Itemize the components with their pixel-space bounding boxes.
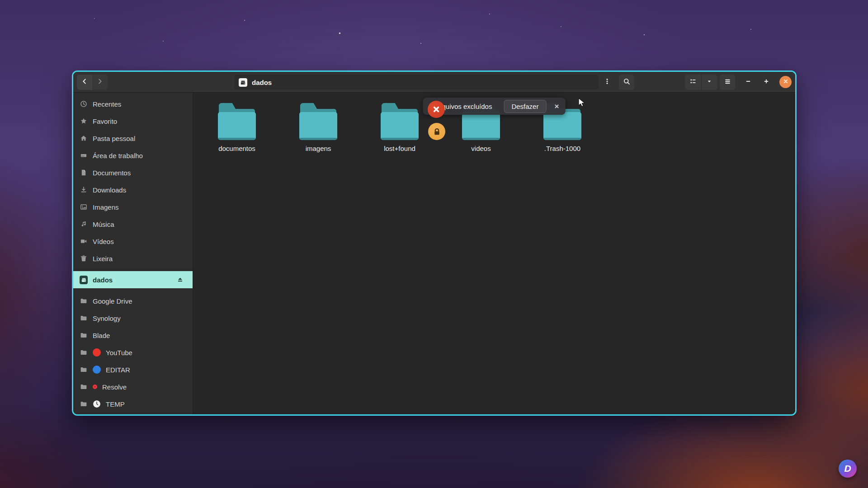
maximize-button[interactable] [760, 75, 773, 90]
search-icon [623, 78, 631, 87]
sidebar-item-label: YouTube [106, 349, 132, 357]
icon-view-button[interactable] [685, 75, 702, 90]
sidebar-item-label: Google Drive [93, 297, 132, 305]
window-content: RecentesFavoritoPasta pessoalÁrea de tra… [73, 93, 795, 415]
star [420, 43, 421, 44]
chevron-right-icon [96, 78, 104, 87]
folder-item-documentos[interactable]: documentos [196, 103, 278, 152]
sidebar-divider [73, 269, 193, 269]
folder-icon [80, 348, 88, 357]
sidebar-item-area-de-trabalho[interactable]: Área de trabalho [73, 147, 193, 164]
folder-label: videos [440, 145, 522, 152]
sidebar-item-musica[interactable]: Música [73, 216, 193, 233]
sidebar-item-label: Vídeos [93, 238, 114, 245]
sidebar-item-videos[interactable]: Vídeos [73, 233, 193, 250]
maximize-icon [763, 78, 770, 87]
sidebar-item-resolve[interactable]: Resolve [73, 378, 193, 395]
view-options-button[interactable] [702, 75, 718, 90]
folder-item-imagens[interactable]: imagens [278, 103, 359, 152]
trash-icon [80, 254, 88, 263]
sidebar-item-label: Música [93, 221, 114, 228]
mouse-cursor [578, 98, 588, 109]
sidebar-item-label: dados [93, 276, 113, 284]
sidebar-item-recentes[interactable]: Recentes [73, 95, 193, 113]
sidebar-item-label: Favorito [93, 117, 117, 125]
sidebar-item-pasta-pessoal[interactable]: Pasta pessoal [73, 130, 193, 147]
sidebar-item-favorito[interactable]: Favorito [73, 113, 193, 130]
drive-selected-icon [80, 276, 88, 284]
eject-button[interactable] [177, 277, 184, 283]
sidebar-item-lixeira[interactable]: Lixeira [73, 250, 193, 267]
more-options-button[interactable] [601, 75, 613, 90]
folder-icon [381, 103, 419, 140]
sidebar-item-google-drive[interactable]: Google Drive [73, 292, 193, 310]
folder-label: .Trash-1000 [522, 145, 603, 152]
folder-item-lost-found[interactable]: lost+found [359, 103, 440, 152]
search-button[interactable] [619, 75, 634, 90]
sidebar-item-downloads[interactable]: Downloads [73, 181, 193, 198]
navigation-buttons [77, 75, 108, 90]
folder-icon [80, 297, 88, 305]
sidebar-item-dados[interactable]: dados [73, 271, 193, 288]
home-icon [80, 134, 88, 142]
drive-icon [239, 78, 247, 87]
desktop-wallpaper: dados [0, 0, 868, 488]
sidebar-item-label: Pasta pessoal [93, 135, 135, 142]
chevron-left-icon [81, 78, 88, 87]
folder-view: documentosimagenslost+foundvideos.Trash-… [193, 93, 795, 415]
main-menu-button[interactable] [720, 75, 735, 90]
desktop-logo: D [839, 460, 857, 478]
sidebar-item-label: Lixeira [93, 255, 113, 263]
folder-label: imagens [278, 145, 359, 152]
star [94, 18, 95, 19]
back-button[interactable] [77, 75, 92, 90]
sidebar-item-label: Documentos [93, 169, 131, 177]
star [750, 29, 751, 30]
sidebar: RecentesFavoritoPasta pessoalÁrea de tra… [73, 93, 193, 415]
sidebar-item-label: Downloads [93, 186, 126, 194]
sidebar-item-imagens[interactable]: Imagens [73, 198, 193, 216]
hamburger-menu-icon [724, 78, 731, 87]
minimize-button[interactable] [742, 75, 755, 90]
folder-label: lost+found [359, 145, 440, 152]
undo-button[interactable]: Desfazer [504, 100, 546, 113]
forward-button[interactable] [92, 75, 108, 90]
sidebar-item-label: Área de trabalho [93, 152, 143, 160]
sidebar-item-editar[interactable]: EDITAR [73, 361, 193, 378]
sidebar-item-label: Imagens [93, 203, 119, 211]
path-bar[interactable]: dados [234, 75, 599, 90]
clock-icon [80, 100, 88, 108]
youtube-emblem-icon [93, 348, 101, 357]
sidebar-item-label: EDITAR [106, 366, 130, 374]
sidebar-item-label: TEMP [106, 400, 125, 408]
close-button[interactable] [779, 76, 792, 88]
kebab-menu-icon [604, 78, 611, 87]
music-icon [80, 220, 88, 228]
video-icon [80, 237, 88, 245]
clock-emblem-icon [93, 400, 101, 408]
sidebar-item-temp[interactable]: TEMP [73, 395, 193, 413]
sidebar-item-label: Blade [93, 332, 110, 339]
chevron-down-icon [706, 78, 712, 86]
star [339, 33, 340, 34]
icon-view-icon [689, 78, 697, 87]
download-icon [80, 186, 88, 194]
sidebar-item-documentos[interactable]: Documentos [73, 164, 193, 181]
star [561, 26, 561, 27]
star [644, 34, 645, 35]
path-label: dados [252, 79, 272, 86]
toast-close-icon[interactable]: × [554, 103, 559, 110]
sidebar-item-label: Resolve [102, 383, 127, 391]
sidebar-item-youtube[interactable]: YouTube [73, 344, 193, 361]
sidebar-item-synology[interactable]: Synology [73, 310, 193, 327]
titlebar: dados [73, 72, 795, 93]
folder-icon [80, 383, 88, 391]
lock-emblem-icon [428, 123, 445, 140]
editar-emblem-icon [93, 366, 101, 374]
folder-icon [80, 400, 88, 408]
folder-icon [80, 366, 88, 374]
sidebar-item-blade[interactable]: Blade [73, 327, 193, 344]
image-icon [80, 203, 88, 211]
sidebar-item-label: Recentes [93, 100, 121, 108]
desktop-icon [80, 151, 88, 160]
